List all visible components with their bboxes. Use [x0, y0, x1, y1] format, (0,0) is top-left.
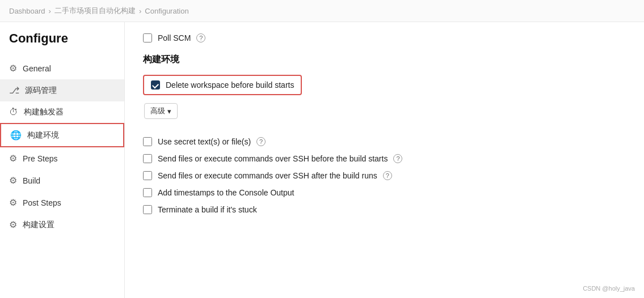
sidebar-label-post-steps: Post Steps	[23, 198, 61, 207]
poll-scm-help-icon[interactable]: ?	[196, 33, 205, 42]
secret-text-label: Use secret text(s) or file(s)	[158, 137, 251, 146]
configure-title: Configure	[0, 31, 124, 57]
ssh-after-label: Send files or execute commands over SSH …	[158, 171, 377, 180]
layout: Configure ⚙ General ⎇ 源码管理 ⏱ 构建触发器 🌐 构建环…	[0, 22, 644, 298]
ssh-before-help-icon[interactable]: ?	[393, 154, 402, 163]
ssh-after-checkbox[interactable]	[143, 171, 152, 180]
breadcrumb-sep1: ›	[49, 7, 51, 15]
ssh-before-label: Send files or execute commands over SSH …	[158, 154, 388, 163]
gear-icon-post: ⚙	[9, 197, 17, 208]
secret-text-checkbox[interactable]	[143, 137, 152, 146]
advanced-label: 高级	[150, 106, 165, 116]
terminate-stuck-label: Terminate a build if it's stuck	[158, 205, 257, 214]
timestamps-label: Add timestamps to the Console Output	[158, 188, 294, 197]
globe-icon: 🌐	[10, 130, 22, 141]
sidebar-label-build-trigger: 构建触发器	[24, 107, 64, 117]
ssh-after-help-icon[interactable]: ?	[383, 171, 392, 180]
breadcrumb-dashboard[interactable]: Dashboard	[9, 7, 45, 15]
branch-icon: ⎇	[9, 85, 19, 96]
main-content: Poll SCM ? 构建环境 Delete workspace before …	[125, 22, 644, 298]
ssh-after-row: Send files or execute commands over SSH …	[143, 171, 626, 180]
poll-scm-checkbox[interactable]	[143, 33, 152, 42]
gear-icon-build: ⚙	[9, 175, 17, 186]
ssh-before-row: Send files or execute commands over SSH …	[143, 154, 626, 163]
sidebar-label-source-mgmt: 源码管理	[25, 86, 57, 96]
secret-text-row: Use secret text(s) or file(s) ?	[143, 137, 626, 146]
poll-scm-label: Poll SCM	[158, 33, 191, 42]
gear-icon-general: ⚙	[9, 63, 17, 74]
sidebar-item-general[interactable]: ⚙ General	[0, 57, 124, 79]
gear-icon-settings: ⚙	[9, 219, 17, 230]
sidebar-item-build-env[interactable]: 🌐 构建环境	[0, 123, 124, 147]
sidebar-label-pre-steps: Pre Steps	[23, 154, 57, 163]
sidebar-item-pre-steps[interactable]: ⚙ Pre Steps	[0, 147, 124, 169]
gear-icon-pre: ⚙	[9, 153, 17, 164]
delete-workspace-label: Delete workspace before build starts	[166, 80, 294, 90]
sidebar-label-build: Build	[23, 176, 40, 185]
chevron-down-icon: ▾	[167, 107, 171, 116]
delete-workspace-row: Delete workspace before build starts	[143, 75, 302, 95]
breadcrumb-project[interactable]: 二手市场项目自动化构建	[54, 6, 136, 16]
timestamps-checkbox[interactable]	[143, 188, 152, 197]
ssh-before-checkbox[interactable]	[143, 154, 152, 163]
sidebar-label-general: General	[23, 64, 51, 73]
terminate-stuck-checkbox[interactable]	[143, 205, 152, 214]
terminate-stuck-row: Terminate a build if it's stuck	[143, 205, 626, 214]
sidebar: Configure ⚙ General ⎇ 源码管理 ⏱ 构建触发器 🌐 构建环…	[0, 22, 125, 298]
watermark: CSDN @holy_java	[583, 285, 635, 292]
breadcrumb-sep2: ›	[139, 7, 141, 15]
clock-icon: ⏱	[9, 107, 18, 117]
timestamps-row: Add timestamps to the Console Output	[143, 188, 626, 197]
build-env-section-title: 构建环境	[143, 54, 626, 66]
sidebar-item-build-settings[interactable]: ⚙ 构建设置	[0, 214, 124, 236]
sidebar-item-post-steps[interactable]: ⚙ Post Steps	[0, 191, 124, 214]
secret-text-help-icon[interactable]: ?	[256, 137, 266, 146]
breadcrumb-config[interactable]: Configuration	[145, 7, 188, 15]
sidebar-item-source-mgmt[interactable]: ⎇ 源码管理	[0, 79, 124, 101]
advanced-button[interactable]: 高级 ▾	[144, 103, 178, 119]
sidebar-label-build-settings: 构建设置	[23, 220, 54, 230]
delete-workspace-checkbox[interactable]	[151, 80, 160, 90]
breadcrumb: Dashboard › 二手市场项目自动化构建 › Configuration	[0, 0, 644, 22]
sidebar-label-build-env: 构建环境	[27, 130, 59, 141]
sidebar-item-build-trigger[interactable]: ⏱ 构建触发器	[0, 101, 124, 123]
poll-scm-row: Poll SCM ?	[143, 33, 626, 42]
sidebar-item-build[interactable]: ⚙ Build	[0, 169, 124, 191]
